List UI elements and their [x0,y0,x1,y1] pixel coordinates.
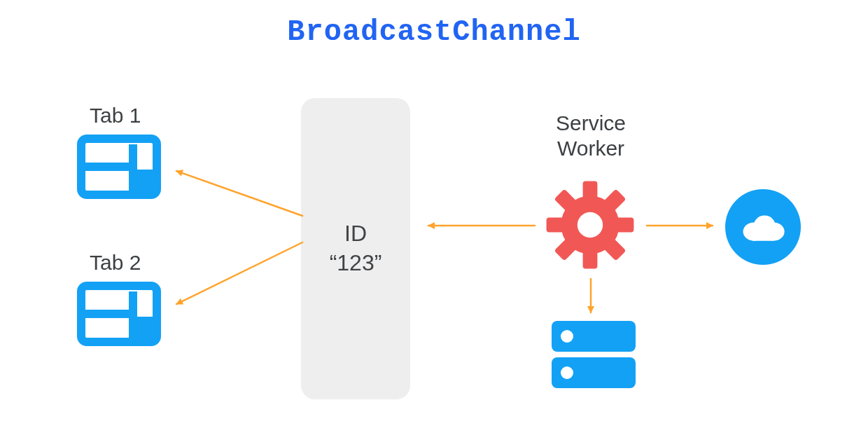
svg-rect-21 [748,228,778,241]
svg-point-25 [561,366,573,379]
svg-rect-11 [547,218,565,233]
diagram-stage: BroadcastChannel Tab 1 Tab 2 ID “123” Se… [0,0,868,440]
gear-icon [545,179,636,270]
arrow-channel-to-tab2 [176,242,302,304]
channel-id-value: “123” [330,249,382,278]
server-disk-icon [552,321,636,391]
broadcast-channel-box: ID “123” [301,98,410,399]
tab1-label: Tab 1 [90,104,141,128]
cloud-icon [725,189,801,265]
tab2-label: Tab 2 [90,251,141,275]
svg-rect-7 [137,317,153,338]
svg-rect-9 [583,181,598,200]
arrow-channel-to-tab1 [176,171,302,216]
service-worker-label-line1: Service [556,111,626,135]
svg-rect-3 [137,170,153,191]
svg-point-23 [561,330,573,343]
svg-rect-10 [583,250,598,268]
svg-rect-12 [615,218,634,233]
service-worker-label: Service Worker [528,111,654,161]
service-worker-label-line2: Worker [557,137,624,160]
browser-tab-icon [77,282,161,346]
diagram-title: BroadcastChannel [0,15,868,49]
svg-point-17 [578,212,603,238]
browser-tab-icon [77,135,161,199]
channel-id-label: ID [344,219,367,249]
